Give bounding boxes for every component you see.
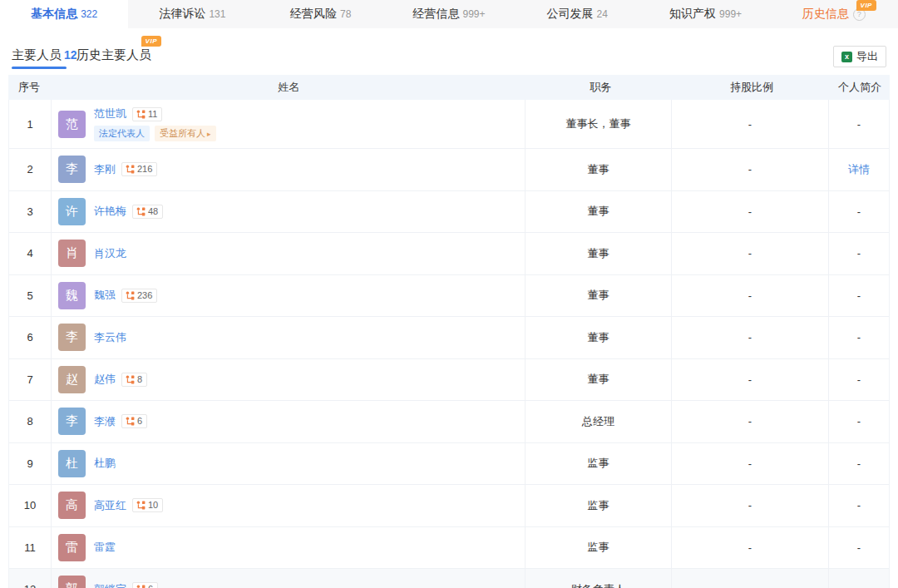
tab-count: 24 xyxy=(597,8,608,20)
cell-shareholding-ratio: - xyxy=(672,485,829,526)
tab-ip[interactable]: 知识产权999+ xyxy=(641,0,769,28)
person-name-link[interactable]: 赵伟 xyxy=(94,372,116,387)
name-wrap: 许艳梅48 xyxy=(94,204,163,219)
tab-basic-info[interactable]: 基本信息322 xyxy=(0,0,128,28)
table-row: 12郭郭继宝6财务负责人-- xyxy=(9,569,889,588)
relation-count-badge[interactable]: 6 xyxy=(132,582,158,588)
relation-count-badge[interactable]: 8 xyxy=(121,373,147,387)
avatar: 李 xyxy=(58,408,86,435)
tab-legal[interactable]: 法律诉讼131 xyxy=(128,0,256,28)
person-name-link[interactable]: 许艳梅 xyxy=(94,204,126,219)
person-name-link[interactable]: 雷霆 xyxy=(94,540,116,555)
cell-position: 财务负责人 xyxy=(525,569,672,588)
cell-shareholding-ratio: - xyxy=(672,149,829,190)
cell-profile: - xyxy=(829,569,889,588)
cell-position: 董事 xyxy=(525,233,672,274)
cell-shareholding-ratio: - xyxy=(672,359,829,401)
table-row: 10高高亚红10监事-- xyxy=(9,485,889,527)
tab-operation-risk[interactable]: 经营风险78 xyxy=(257,0,385,28)
subtab-main-personnel[interactable]: 主要人员12 xyxy=(12,47,77,63)
cell-no: 1 xyxy=(9,100,52,148)
person-name-link[interactable]: 肖汉龙 xyxy=(94,246,126,261)
tab-company-dev[interactable]: 公司发展24 xyxy=(513,0,641,28)
name-line: 魏强236 xyxy=(94,288,157,303)
cell-no: 11 xyxy=(9,527,52,569)
header-position: 职务 xyxy=(528,80,674,95)
cell-name: 高高亚红10 xyxy=(52,485,525,526)
relation-count-badge[interactable]: 10 xyxy=(132,498,163,512)
cell-no: 10 xyxy=(9,485,52,526)
subtab-history-personnel[interactable]: 历史主要人员 VIP xyxy=(76,47,151,63)
cell-profile: - xyxy=(829,275,889,317)
avatar: 雷 xyxy=(58,534,86,561)
relation-count-badge[interactable]: 216 xyxy=(121,162,157,176)
cell-shareholding-ratio: - xyxy=(672,275,829,317)
cell-name: 范范世凯11法定代表人受益所有人▸ xyxy=(52,100,525,148)
person-name-link[interactable]: 杜鹏 xyxy=(94,456,116,471)
cell-no: 3 xyxy=(9,191,52,233)
avatar: 郭 xyxy=(58,576,86,588)
table-row: 6李李云伟董事-- xyxy=(9,317,889,359)
name-line: 雷霆 xyxy=(94,540,116,555)
header-ratio: 持股比例 xyxy=(674,80,830,95)
name-wrap: 杜鹏 xyxy=(94,456,116,471)
table-row: 7赵赵伟8董事-- xyxy=(9,359,889,402)
cell-profile: - xyxy=(829,233,889,274)
cell-position: 董事 xyxy=(525,275,672,317)
cell-no: 4 xyxy=(9,233,52,274)
tab-count: 78 xyxy=(340,8,351,20)
subtab-history-label: 历史主要人员 xyxy=(76,47,151,62)
person-name-link[interactable]: 郭继宝 xyxy=(94,582,126,588)
relation-graph-icon xyxy=(126,291,135,300)
avatar: 杜 xyxy=(58,450,86,477)
relation-count-badge[interactable]: 48 xyxy=(132,205,163,219)
relation-count-badge[interactable]: 236 xyxy=(121,289,157,303)
avatar: 李 xyxy=(58,156,86,183)
name-line: 李刚216 xyxy=(94,162,157,177)
name-line: 李濮6 xyxy=(94,414,147,429)
name-wrap: 李云伟 xyxy=(94,330,126,345)
section-tabbar: 基本信息322法律诉讼131经营风险78经营信息999+公司发展24知识产权99… xyxy=(0,0,898,28)
person-name-link[interactable]: 李云伟 xyxy=(94,330,126,345)
relation-count: 10 xyxy=(148,500,158,511)
name-wrap: 高亚红10 xyxy=(94,498,163,513)
avatar: 范 xyxy=(58,111,86,138)
subtab-main-count: 12 xyxy=(64,48,77,62)
cell-shareholding-ratio: - xyxy=(672,233,829,274)
cell-shareholding-ratio: - xyxy=(672,527,829,569)
relation-count: 216 xyxy=(137,164,152,175)
person-name-link[interactable]: 李刚 xyxy=(94,162,116,177)
person-name-link[interactable]: 魏强 xyxy=(94,288,116,303)
name-wrap: 郭继宝6 xyxy=(94,582,158,588)
relation-count-badge[interactable]: 6 xyxy=(121,414,147,428)
cell-name: 李李濮6 xyxy=(52,401,525,442)
table-body: 1范范世凯11法定代表人受益所有人▸董事长，董事--2李李刚216董事-详情3许… xyxy=(8,100,890,588)
relation-count: 11 xyxy=(148,109,157,120)
cell-profile: - xyxy=(829,485,889,526)
person-name-link[interactable]: 李濮 xyxy=(94,414,116,429)
relation-count: 6 xyxy=(148,584,153,588)
cell-profile: - xyxy=(829,401,889,442)
export-button[interactable]: x 导出 xyxy=(833,46,886,67)
name-line: 范世凯11 xyxy=(94,106,216,121)
profile-detail-link[interactable]: 详情 xyxy=(848,162,870,177)
tab-history-info[interactable]: 历史信息?VIP xyxy=(770,0,898,28)
name-wrap: 赵伟8 xyxy=(94,372,147,387)
relation-count-badge[interactable]: 11 xyxy=(132,107,162,121)
personnel-table: 序号姓名职务持股比例个人简介 1范范世凯11法定代表人受益所有人▸董事长，董事-… xyxy=(8,75,890,588)
avatar: 高 xyxy=(58,492,86,519)
person-name-link[interactable]: 范世凯 xyxy=(94,106,126,121)
table-row: 9杜杜鹏监事-- xyxy=(9,443,889,486)
tag-legal-rep[interactable]: 法定代表人 xyxy=(94,126,150,141)
avatar: 赵 xyxy=(58,366,86,393)
tag-beneficial-owner[interactable]: 受益所有人▸ xyxy=(155,126,216,141)
relation-graph-icon xyxy=(136,501,146,510)
tab-count: 999+ xyxy=(462,8,485,20)
person-name-link[interactable]: 高亚红 xyxy=(94,498,126,513)
tab-label: 经营风险 xyxy=(290,7,337,22)
cell-no: 12 xyxy=(9,569,52,588)
tab-label: 历史信息 xyxy=(802,7,849,22)
tab-operation-info[interactable]: 经营信息999+ xyxy=(385,0,513,28)
name-line: 赵伟8 xyxy=(94,372,147,387)
export-button-label: 导出 xyxy=(856,49,878,64)
